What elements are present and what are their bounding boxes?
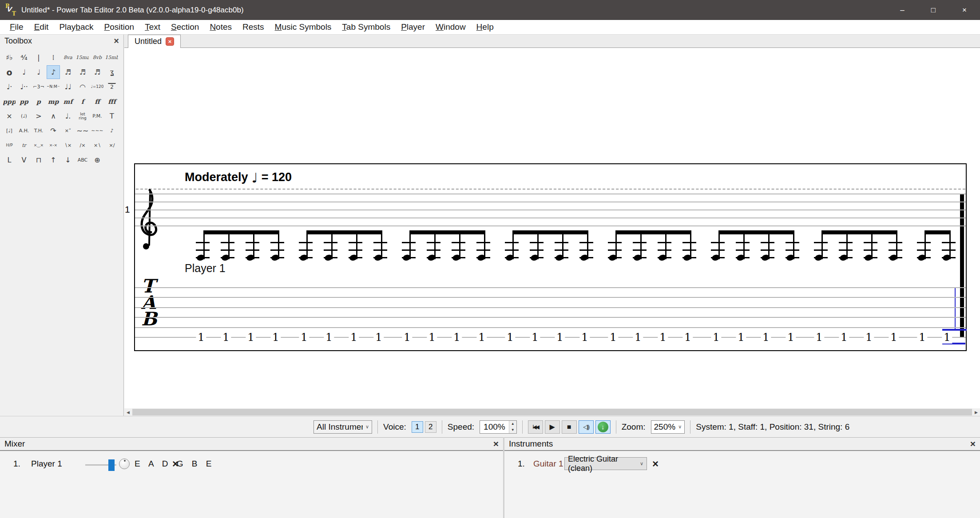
rest-icon[interactable]: ʓ xyxy=(105,65,119,79)
pick-stroke-up-icon[interactable]: V xyxy=(17,153,31,167)
tab-untitled[interactable]: Untitled × xyxy=(128,35,181,48)
dynamic-ppp-icon[interactable]: ppp xyxy=(3,95,16,108)
toolbox-close-icon[interactable]: × xyxy=(114,36,119,45)
octave-8va-icon[interactable]: 8va xyxy=(61,51,75,64)
accent-icon[interactable]: > xyxy=(32,109,45,123)
stop-button[interactable]: ■ xyxy=(562,420,577,434)
fret-number[interactable]: 1 xyxy=(246,331,256,344)
fret-number[interactable]: 1 xyxy=(349,331,359,344)
slide-into-from-above-icon[interactable]: ∕× xyxy=(76,138,89,152)
dynamic-fff-icon[interactable]: fff xyxy=(105,95,119,108)
staccato-icon[interactable]: ♩. xyxy=(61,109,75,123)
spin-up-icon[interactable]: ▲ xyxy=(509,421,516,427)
fret-number[interactable]: 1 xyxy=(608,331,618,344)
fret-number[interactable]: 1 xyxy=(839,331,849,344)
double-dotted-note-icon[interactable]: ♩·· xyxy=(17,80,31,94)
instrument-name[interactable]: Guitar 1 xyxy=(533,459,563,469)
octave-15mb-icon[interactable]: 15mb xyxy=(105,51,119,64)
menu-player[interactable]: Player xyxy=(396,22,430,32)
fret-number[interactable]: 1 xyxy=(633,331,643,344)
scrollbar-thumb[interactable] xyxy=(132,409,972,415)
menu-music-symbols[interactable]: Music Symbols xyxy=(270,22,337,32)
fret-number[interactable]: 1 xyxy=(786,331,796,344)
menu-window[interactable]: Window xyxy=(430,22,471,32)
fret-number[interactable]: 1 xyxy=(427,331,437,344)
thirty-second-note-icon[interactable]: ♬ xyxy=(76,65,89,79)
grace-note-icon[interactable]: ♪ xyxy=(105,124,119,138)
volume-slider-handle[interactable] xyxy=(108,459,115,471)
ghost-note-icon[interactable]: (♩) xyxy=(17,109,31,123)
tremolo-bar-icon[interactable]: ×˅ xyxy=(61,124,75,138)
pick-stroke-down-icon[interactable]: ⊓ xyxy=(32,153,45,167)
remove-player-icon[interactable]: × xyxy=(172,458,179,470)
fret-number[interactable]: 1 xyxy=(452,331,462,344)
fermata-icon[interactable]: ◠ xyxy=(76,80,89,94)
trill-icon[interactable]: tr xyxy=(17,138,31,152)
menu-rests[interactable]: Rests xyxy=(237,22,270,32)
fret-number[interactable]: 1 xyxy=(530,331,540,344)
chord-text-icon[interactable]: ABC xyxy=(76,153,89,167)
fret-number[interactable]: 1 xyxy=(889,331,899,344)
fret-number[interactable]: 1 xyxy=(736,331,746,344)
shift-slide-icon[interactable]: ×-× xyxy=(47,138,60,152)
menu-notes[interactable]: Notes xyxy=(204,22,237,32)
fret-number[interactable]: 1 xyxy=(221,331,231,344)
voice-2-button[interactable]: 2 xyxy=(425,421,436,433)
scroll-left-icon[interactable]: ◀ xyxy=(124,408,132,416)
octave-15ma-icon[interactable]: 15ma xyxy=(76,51,89,64)
octave-8vb-icon[interactable]: 8vb xyxy=(91,51,104,64)
muted-note-icon[interactable]: × xyxy=(3,109,16,123)
dynamic-ff-icon[interactable]: ff xyxy=(91,95,104,108)
instruments-close-icon[interactable]: × xyxy=(970,439,976,449)
speed-spinner[interactable]: 100% ▲ ▼ xyxy=(480,420,517,434)
spin-down-icon[interactable]: ▼ xyxy=(509,427,516,433)
left-hand-fingering-icon[interactable]: L xyxy=(3,153,16,167)
tab-close-icon[interactable]: × xyxy=(166,37,174,46)
slide-out-up-icon[interactable]: ×∕ xyxy=(105,138,119,152)
instrument-filter-select[interactable]: All Instrumen ∨ xyxy=(313,420,372,434)
fret-number[interactable]: 1 xyxy=(476,331,487,344)
menu-position[interactable]: Position xyxy=(99,22,140,32)
half-note-icon[interactable]: ♩ xyxy=(17,65,31,79)
menu-playback[interactable]: Playback xyxy=(54,22,99,32)
fret-number[interactable]: 1 xyxy=(373,331,384,344)
eighth-note-icon[interactable]: ♪ xyxy=(47,65,60,79)
sixty-fourth-note-icon[interactable]: ♬ xyxy=(91,65,104,79)
score-view[interactable]: 1 Moderately ♩ = 120 Player 1 T A xyxy=(124,48,980,416)
irregular-grouping-icon[interactable]: ⌐N:M¬ xyxy=(47,80,60,94)
triplet-icon[interactable]: ⌐3¬ xyxy=(32,80,45,94)
fret-number[interactable]: 1 xyxy=(864,331,874,344)
bracketed-note-icon[interactable]: [♩] xyxy=(3,124,16,138)
fret-number[interactable]: 1 xyxy=(658,331,668,344)
count-in-button[interactable]: ↓ xyxy=(595,420,611,434)
pan-knob[interactable] xyxy=(119,459,130,469)
tie-icon[interactable]: ♩♩ xyxy=(61,80,75,94)
fret-number[interactable]: 1 xyxy=(942,331,952,344)
repeat-barline-icon[interactable]: ⁞ xyxy=(47,51,60,64)
tempo-marker-icon[interactable]: ♩=120 xyxy=(91,80,104,94)
metronome-button[interactable]: ◁)) xyxy=(579,420,594,434)
fret-number[interactable]: 1 xyxy=(505,331,515,344)
menu-file[interactable]: File xyxy=(4,22,29,32)
wide-vibrato-icon[interactable]: ∼∼∼ xyxy=(91,124,104,138)
dynamic-p-icon[interactable]: p xyxy=(32,95,45,108)
instrument-patch-select[interactable]: Electric Guitar (clean) ∨ xyxy=(564,457,647,470)
minimize-button[interactable]: – xyxy=(887,0,918,20)
remove-instrument-icon[interactable]: × xyxy=(652,458,659,470)
scroll-right-icon[interactable]: ▶ xyxy=(972,408,980,416)
play-button[interactable]: ▶ xyxy=(545,420,560,434)
dynamic-mf-icon[interactable]: mf xyxy=(61,95,75,108)
score-page[interactable]: Moderately ♩ = 120 Player 1 T A B xyxy=(134,163,967,351)
arpeggio-down-icon[interactable]: ↓ xyxy=(61,153,75,167)
zoom-select[interactable]: 250% ∨ xyxy=(651,420,685,434)
slide-into-from-below-icon[interactable]: ∖× xyxy=(61,138,75,152)
dynamic-f-icon[interactable]: f xyxy=(76,95,89,108)
maximize-button[interactable]: □ xyxy=(918,0,949,20)
fret-number[interactable]: 1 xyxy=(917,331,927,344)
key-signature-icon[interactable]: ♯♭ xyxy=(3,51,16,64)
palm-mute-icon[interactable]: P.M. xyxy=(91,109,104,123)
fret-number[interactable]: 1 xyxy=(579,331,590,344)
menu-tab-symbols[interactable]: Tab Symbols xyxy=(337,22,396,32)
fret-number[interactable]: 1 xyxy=(682,331,693,344)
artificial-harmonic-icon[interactable]: A.H. xyxy=(17,124,31,138)
